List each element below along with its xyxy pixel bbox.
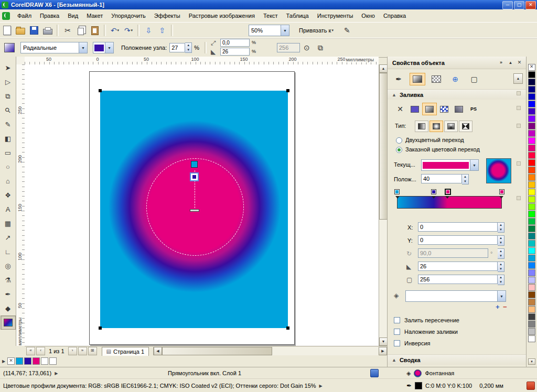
- gradient-selected-node-handle[interactable]: [190, 172, 199, 181]
- wrap-fill-dropdown-icon[interactable]: ▼: [497, 291, 506, 301]
- add-stop-button[interactable]: +: [496, 303, 500, 311]
- zoom-level-combo[interactable]: 50% ▼: [249, 25, 289, 36]
- copy-fill-properties-button[interactable]: ⧉: [314, 41, 327, 54]
- docker-collapse-button[interactable]: ▴: [507, 59, 514, 67]
- square-fountain-button[interactable]: [459, 121, 472, 132]
- tab-frame[interactable]: ▢: [466, 73, 482, 85]
- coords-flyout-icon[interactable]: ▶: [55, 371, 58, 376]
- two-color-radio[interactable]: [396, 137, 402, 144]
- print-button[interactable]: [41, 24, 54, 37]
- palette-color-swatch[interactable]: [528, 291, 535, 298]
- redo-dropdown-icon[interactable]: ▾: [131, 28, 133, 32]
- menu-item-11[interactable]: Справка: [379, 10, 410, 21]
- palette-color-swatch[interactable]: [528, 167, 535, 173]
- document-palette-swatch[interactable]: [16, 357, 23, 365]
- minimize-button[interactable]: ─: [502, 1, 513, 9]
- previous-page-button[interactable]: ‹: [36, 347, 45, 355]
- palette-color-swatch[interactable]: [528, 269, 535, 276]
- dimension-tool[interactable]: ↗: [1, 231, 16, 245]
- palette-color-swatch[interactable]: [528, 123, 535, 129]
- palette-color-swatch[interactable]: [528, 79, 535, 85]
- selection-handle-top-left[interactable]: [99, 89, 102, 92]
- steps-lock-button[interactable]: ⊙: [300, 41, 313, 54]
- vertical-scroll-thumb[interactable]: [379, 73, 388, 220]
- menu-item-4[interactable]: Упорядочить: [107, 10, 149, 21]
- palette-color-swatch[interactable]: [528, 145, 535, 151]
- close-button[interactable]: ✕: [525, 1, 536, 9]
- center-x-spinner[interactable]: ▲▼: [498, 222, 504, 233]
- node-position-input[interactable]: [169, 43, 185, 52]
- interactive-fill-tool[interactable]: [1, 315, 16, 330]
- palette-color-swatch[interactable]: [528, 71, 535, 78]
- edge-pad-spinner[interactable]: ▲▼: [498, 262, 504, 272]
- palette-color-swatch[interactable]: [528, 328, 535, 335]
- pick-tool[interactable]: ➤: [1, 61, 16, 75]
- node-color-dropdown-icon[interactable]: ▼: [105, 42, 113, 53]
- summary-section-header[interactable]: ▲ Сводка: [388, 354, 526, 365]
- polygon-tool[interactable]: ⌂: [1, 174, 16, 188]
- palette-color-swatch[interactable]: [528, 218, 535, 225]
- palette-color-swatch[interactable]: [528, 255, 535, 262]
- crop-tool[interactable]: ⧉: [1, 89, 16, 103]
- palette-color-swatch[interactable]: [528, 137, 535, 144]
- menu-item-3[interactable]: Макет: [82, 10, 107, 21]
- horizontal-scrollbar[interactable]: ◀ ▶: [153, 347, 387, 355]
- horizontal-scroll-thumb[interactable]: [162, 347, 272, 355]
- menu-item-9[interactable]: Инструменты: [313, 10, 358, 21]
- linear-fountain-button[interactable]: [415, 121, 428, 132]
- menu-item-6[interactable]: Растровые изображения: [185, 10, 259, 21]
- node-color-combo[interactable]: ▼: [93, 42, 114, 53]
- current-color-combo[interactable]: ▼: [421, 159, 479, 171]
- gradient-preview-strip[interactable]: [397, 196, 502, 209]
- no-fill-button[interactable]: ✕: [393, 103, 407, 115]
- stop-position-input[interactable]: [421, 174, 462, 183]
- palette-color-swatch[interactable]: [528, 181, 535, 188]
- vertical-ruler[interactable]: миллиметры 25020015010050: [16, 64, 25, 346]
- page[interactable]: [89, 71, 295, 345]
- palette-color-swatch[interactable]: [528, 284, 535, 291]
- palette-color-swatch[interactable]: [528, 159, 535, 166]
- checkbox[interactable]: [394, 340, 400, 346]
- custom-blend-radio[interactable]: [396, 147, 402, 153]
- color-proof-icon[interactable]: [527, 382, 535, 390]
- document-palette-swatch[interactable]: [41, 357, 48, 365]
- new-document-button[interactable]: [1, 24, 13, 37]
- horizontal-ruler[interactable]: миллиметры 50050100150200250: [25, 57, 379, 65]
- edge-pad-docker-input[interactable]: [418, 262, 498, 271]
- table-tool[interactable]: ▦: [1, 216, 16, 231]
- steps-spinner[interactable]: ▲▼: [498, 275, 504, 285]
- palette-color-swatch[interactable]: [528, 86, 535, 93]
- steps-docker-input[interactable]: [418, 275, 498, 284]
- first-page-button[interactable]: «: [26, 347, 35, 355]
- options-button[interactable]: ✎: [341, 24, 353, 37]
- palette-color-swatch[interactable]: [528, 277, 535, 284]
- basic-shapes-tool[interactable]: ❖: [1, 188, 16, 202]
- angle-spinner[interactable]: ▲▼: [498, 248, 504, 259]
- uniform-fill-button[interactable]: [407, 103, 422, 115]
- zoom-tool[interactable]: ⚲: [1, 103, 16, 117]
- fill-tool[interactable]: ◆: [1, 301, 16, 315]
- fill-style-combo[interactable]: Радиальные ▼: [20, 42, 88, 53]
- checkbox[interactable]: [394, 317, 400, 323]
- center-x-input[interactable]: [418, 222, 498, 232]
- fill-indicator[interactable]: ◈ Фонтанная: [406, 369, 454, 377]
- add-page-button[interactable]: ⊞: [88, 347, 97, 355]
- palette-color-swatch[interactable]: [528, 233, 535, 239]
- menu-item-8[interactable]: Таблица: [282, 10, 313, 21]
- gradient-stop-marker[interactable]: [394, 189, 400, 194]
- node-position-spinner[interactable]: ▲▼: [185, 42, 192, 53]
- gradient-stop-marker[interactable]: [431, 189, 436, 194]
- scroll-down-button[interactable]: ▼: [379, 337, 388, 346]
- palette-color-swatch[interactable]: [528, 174, 535, 181]
- selected-rectangle[interactable]: [100, 91, 288, 328]
- profiles-flyout-icon[interactable]: ▶: [319, 384, 323, 388]
- gradient-start-handle[interactable]: [191, 161, 198, 168]
- palette-color-swatch[interactable]: [528, 313, 535, 320]
- blend-tool[interactable]: ◎: [1, 259, 16, 273]
- last-page-button[interactable]: »: [78, 347, 87, 355]
- freehand-tool[interactable]: ✎: [1, 117, 16, 132]
- no-color-swatch[interactable]: [7, 357, 15, 365]
- docker-flyout-button[interactable]: »: [497, 59, 505, 67]
- center-y-input[interactable]: [418, 235, 498, 245]
- undo-dropdown-icon[interactable]: ▾: [117, 28, 120, 32]
